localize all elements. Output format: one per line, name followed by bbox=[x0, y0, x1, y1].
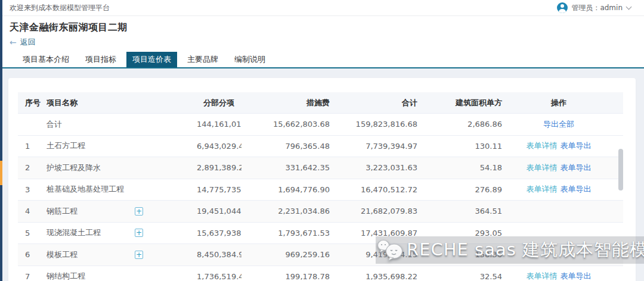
form-export-link[interactable]: 表单导出 bbox=[561, 163, 592, 172]
summary-total: 159,823,816.68 bbox=[337, 120, 425, 129]
back-button[interactable]: ← 返回 bbox=[10, 37, 634, 48]
expand-plus-icon[interactable]: + bbox=[135, 229, 143, 237]
table-header: 序号项目名称分部分项措施费合计建筑面积单方操作 bbox=[18, 92, 623, 114]
cell-measure: 1,793,671.53 bbox=[242, 229, 337, 238]
cell-subitem: 2,891,389.28 bbox=[197, 163, 242, 172]
column-header: 分部分项 bbox=[197, 98, 242, 108]
form-export-link[interactable]: 表单导出 bbox=[561, 271, 592, 280]
back-label: 返回 bbox=[20, 37, 36, 48]
table-row: 6模板工程+8,450,384.99969,259.169,419,644.15… bbox=[18, 244, 623, 266]
table-body: 1土石方工程6,943,029.49796,365.487,739,394.97… bbox=[18, 136, 623, 281]
table-row: 2护坡工程及降水2,891,389.28331,642.353,223,031.… bbox=[18, 157, 623, 179]
row-index: 3 bbox=[18, 185, 47, 194]
form-export-link[interactable]: 表单导出 bbox=[561, 185, 592, 193]
table-scrollbar-thumb[interactable] bbox=[618, 149, 623, 191]
tab-project-intro[interactable]: 项目基本介绍 bbox=[17, 52, 75, 67]
collapsed-sidebar-strip bbox=[0, 0, 2, 281]
user-avatar-icon bbox=[557, 2, 568, 13]
content-area: 序号项目名称分部分项措施费合计建筑面积单方操作 合计 144,161,013.0… bbox=[0, 68, 644, 281]
row-index: 1 bbox=[18, 142, 47, 151]
cell-total: 9,419,644.15 bbox=[337, 250, 425, 259]
cell-unit: 364.51 bbox=[425, 207, 509, 216]
cell-measure: 2,231,034.86 bbox=[242, 207, 337, 216]
cell-total: 17,431,609.87 bbox=[337, 229, 425, 238]
cell-unit: 32.54 bbox=[425, 272, 509, 281]
cell-unit: 158.36 bbox=[425, 250, 509, 259]
summary-row: 合计 144,161,013.00 15,662,803.68 159,823,… bbox=[18, 114, 623, 136]
tab-bar: 项目基本介绍 项目指标 项目造价表 主要品牌 编制说明 bbox=[17, 52, 644, 67]
cell-unit: 276.89 bbox=[425, 185, 509, 194]
cell-subitem: 14,775,735.82 bbox=[197, 185, 242, 194]
cell-measure: 331,642.35 bbox=[242, 163, 337, 172]
row-name: 桩基础及地基处理工程 bbox=[47, 184, 197, 195]
row-index: 7 bbox=[18, 272, 47, 281]
form-detail-link[interactable]: 表单详情 bbox=[527, 185, 558, 193]
form-detail-link[interactable]: 表单详情 bbox=[527, 163, 558, 172]
export-all-link[interactable]: 导出全部 bbox=[543, 120, 574, 129]
expand-plus-icon[interactable]: + bbox=[135, 251, 143, 259]
row-index: 6 bbox=[18, 250, 47, 259]
cell-subitem: 15,637,938.34 bbox=[197, 229, 242, 238]
cell-measure: 199,178.78 bbox=[242, 272, 337, 281]
cell-measure: 796,365.48 bbox=[242, 142, 337, 151]
cell-actions: 表单详情表单导出 bbox=[509, 184, 623, 195]
cell-unit: 293.05 bbox=[425, 229, 509, 238]
column-header: 措施费 bbox=[242, 98, 337, 108]
row-index: 4 bbox=[18, 207, 47, 216]
chevron-down-icon bbox=[626, 4, 632, 10]
row-index: 5 bbox=[18, 229, 47, 238]
column-header: 项目名称 bbox=[47, 98, 197, 108]
summary-label: 合计 bbox=[47, 119, 197, 130]
row-name: 钢结构工程 bbox=[47, 271, 197, 281]
table-row: 7钢结构工程1,736,519.44199,178.781,935,698.22… bbox=[18, 266, 623, 281]
tab-compilation-notes[interactable]: 编制说明 bbox=[228, 52, 271, 67]
table-row: 4钢筋工程+19,451,044.972,231,034.8621,682,07… bbox=[18, 201, 623, 223]
cell-subitem: 1,736,519.44 bbox=[197, 272, 242, 281]
form-detail-link[interactable]: 表单详情 bbox=[527, 271, 558, 280]
row-name: 护坡工程及降水 bbox=[47, 163, 197, 173]
cell-total: 1,935,698.22 bbox=[337, 272, 425, 281]
welcome-text: 欢迎来到成本数据模型管理平台 bbox=[10, 3, 110, 13]
form-export-link[interactable]: 表单导出 bbox=[561, 141, 592, 150]
sidebar-active-indicator bbox=[0, 161, 2, 185]
cost-table-card: 序号项目名称分部分项措施费合计建筑面积单方操作 合计 144,161,013.0… bbox=[8, 78, 636, 281]
column-header: 序号 bbox=[18, 98, 47, 108]
tab-main-brands[interactable]: 主要品牌 bbox=[181, 52, 224, 67]
row-name: 模板工程+ bbox=[47, 249, 197, 260]
user-name: admin bbox=[600, 4, 623, 12]
column-header: 建筑面积单方 bbox=[425, 98, 509, 108]
table-row: 3桩基础及地基处理工程14,775,735.821,694,776.9016,4… bbox=[18, 179, 623, 201]
topbar: 欢迎来到成本数据模型管理平台 管理员： admin bbox=[0, 0, 644, 16]
row-name: 钢筋工程+ bbox=[47, 206, 197, 217]
summary-unit: 2,686.86 bbox=[425, 120, 509, 129]
cell-unit: 130.11 bbox=[425, 142, 509, 151]
row-index: 2 bbox=[18, 163, 47, 172]
cell-measure: 969,259.16 bbox=[242, 250, 337, 259]
tab-project-cost-table[interactable]: 项目造价表 bbox=[126, 52, 177, 67]
table-row: 5现浇混凝土工程+15,637,938.341,793,671.5317,431… bbox=[18, 223, 623, 245]
cell-subitem: 6,943,029.49 bbox=[197, 142, 242, 151]
cell-total: 16,470,512.72 bbox=[337, 185, 425, 194]
cell-actions: 表单详情表单导出 bbox=[509, 163, 623, 173]
form-detail-link[interactable]: 表单详情 bbox=[527, 141, 558, 150]
cell-total: 3,223,031.63 bbox=[337, 163, 425, 172]
user-role-label: 管理员： bbox=[571, 3, 600, 13]
cell-subitem: 19,451,044.97 bbox=[197, 207, 242, 216]
summary-subitem: 144,161,013.00 bbox=[197, 120, 242, 129]
row-name: 土石方工程 bbox=[47, 140, 197, 151]
back-arrow-icon: ← bbox=[10, 38, 17, 46]
cell-actions: 表单详情表单导出 bbox=[509, 140, 623, 151]
cell-measure: 1,694,776.90 bbox=[242, 185, 337, 194]
expand-plus-icon[interactable]: + bbox=[135, 207, 143, 216]
title-section: 天津金融街东丽湖项目二期 ← 返回 bbox=[0, 16, 644, 48]
cell-subitem: 8,450,384.99 bbox=[197, 250, 242, 259]
tab-project-metrics[interactable]: 项目指标 bbox=[79, 52, 122, 67]
page-title: 天津金融街东丽湖项目二期 bbox=[10, 21, 634, 34]
cost-table: 序号项目名称分部分项措施费合计建筑面积单方操作 合计 144,161,013.0… bbox=[18, 92, 623, 281]
row-name: 现浇混凝土工程+ bbox=[47, 227, 197, 238]
cell-total: 21,682,079.83 bbox=[337, 207, 425, 216]
summary-measure: 15,662,803.68 bbox=[242, 120, 337, 129]
column-header: 合计 bbox=[337, 98, 425, 108]
user-menu[interactable]: 管理员： admin bbox=[557, 2, 631, 13]
table-row: 1土石方工程6,943,029.49796,365.487,739,394.97… bbox=[18, 136, 623, 158]
